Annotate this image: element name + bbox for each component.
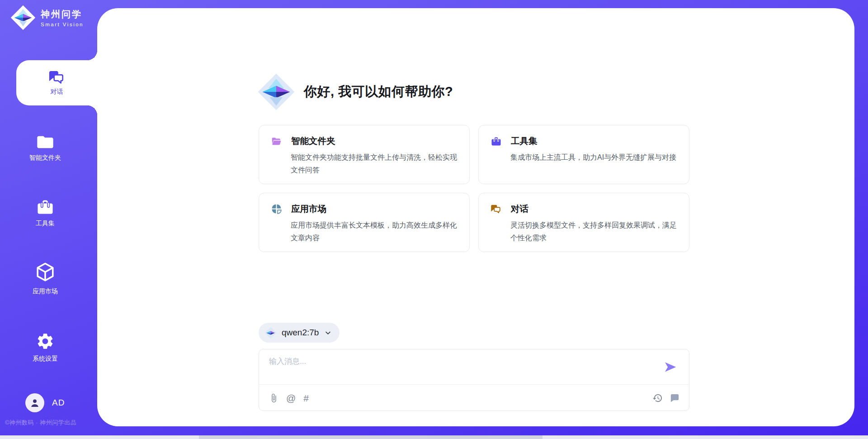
topic-button[interactable]: # bbox=[303, 393, 309, 403]
card-smart-folder[interactable]: 智能文件夹 智能文件夹功能支持批量文件上传与清洗，轻松实现文件问答 bbox=[259, 125, 470, 184]
folder-icon bbox=[36, 134, 54, 150]
card-title: 对话 bbox=[511, 203, 528, 215]
card-description: 集成市场上主流工具，助力AI与外界无缝扩展与对接 bbox=[510, 151, 678, 164]
brand-diamond-icon bbox=[10, 5, 36, 31]
app-screen: 神州问学 Smart Vision 对话 智能文件夹 bbox=[0, 0, 868, 439]
feature-cards: 智能文件夹 智能文件夹功能支持批量文件上传与清洗，轻松实现文件问答 工具集 集成… bbox=[259, 125, 689, 252]
message-composer: @ # bbox=[259, 349, 689, 411]
composer-toolbar: @ # bbox=[269, 385, 680, 411]
model-name: qwen2:7b bbox=[282, 328, 319, 338]
card-description: 应用市场提供丰富长文本模板，助力高效生成多样化文章内容 bbox=[291, 219, 458, 244]
assistant-diamond-icon bbox=[257, 72, 296, 111]
greeting-title: 你好, 我可以如何帮助你? bbox=[304, 83, 453, 101]
gear-icon bbox=[36, 332, 55, 351]
sidebar-item-label: 应用市场 bbox=[33, 287, 58, 296]
sidebar-item-chat[interactable]: 对话 bbox=[16, 60, 97, 105]
hero-section: 你好, 我可以如何帮助你? bbox=[257, 72, 453, 112]
app-market-icon bbox=[271, 203, 282, 215]
at-icon: @ bbox=[286, 393, 296, 403]
card-title: 应用市场 bbox=[291, 203, 326, 215]
history-icon bbox=[652, 393, 663, 403]
user-account[interactable]: AD bbox=[25, 393, 65, 412]
paperclip-icon bbox=[269, 393, 278, 403]
person-icon bbox=[29, 397, 41, 409]
sidebar-item-label: 系统设置 bbox=[33, 355, 58, 363]
chat-record-icon bbox=[670, 393, 680, 403]
user-initials: AD bbox=[52, 398, 65, 408]
card-chat[interactable]: 对话 灵活切换多模型文件，支持多样回复效果调试，满足个性化需求 bbox=[478, 193, 689, 252]
card-app-market[interactable]: 应用市场 应用市场提供丰富长文本模板，助力高效生成多样化文章内容 bbox=[259, 193, 470, 252]
briefcase-icon bbox=[36, 198, 55, 215]
model-diamond-icon bbox=[264, 327, 277, 339]
card-title: 工具集 bbox=[511, 135, 538, 147]
chat-icon bbox=[491, 204, 502, 214]
chat-record-button[interactable] bbox=[670, 393, 680, 403]
briefcase-icon bbox=[491, 136, 502, 147]
sidebar-item-toolset[interactable]: 工具集 bbox=[0, 198, 90, 228]
card-description: 灵活切换多模型文件，支持多样回复效果调试，满足个性化需求 bbox=[510, 219, 678, 244]
card-description: 智能文件夹功能支持批量文件上传与清洗，轻松实现文件问答 bbox=[291, 151, 458, 177]
horizontal-scrollbar[interactable] bbox=[0, 435, 868, 439]
sidebar-item-app-market[interactable]: 应用市场 bbox=[0, 261, 90, 296]
send-button[interactable] bbox=[663, 360, 678, 374]
hash-icon: # bbox=[303, 393, 309, 403]
message-input[interactable] bbox=[269, 356, 653, 381]
cube-icon bbox=[34, 261, 56, 283]
brand-logo: 神州问学 Smart Vision bbox=[10, 5, 84, 31]
mention-button[interactable]: @ bbox=[286, 393, 296, 403]
brand-subtitle: Smart Vision bbox=[41, 22, 84, 27]
scrollbar-thumb[interactable] bbox=[199, 435, 542, 439]
sidebar-item-settings[interactable]: 系统设置 bbox=[0, 332, 90, 363]
sidebar-item-smart-folder[interactable]: 智能文件夹 bbox=[0, 134, 90, 162]
sidebar-item-label: 智能文件夹 bbox=[29, 154, 61, 162]
history-button[interactable] bbox=[652, 393, 663, 403]
model-selector[interactable]: qwen2:7b bbox=[259, 323, 340, 343]
send-icon bbox=[663, 360, 678, 374]
folder-open-icon bbox=[271, 136, 282, 146]
copyright-text: ©神州数码 · 神州问学出品 bbox=[5, 419, 76, 427]
brand-name: 神州问学 bbox=[41, 8, 84, 20]
chat-icon bbox=[48, 70, 66, 85]
chevron-down-icon bbox=[324, 329, 332, 337]
attach-file-button[interactable] bbox=[269, 393, 278, 403]
avatar bbox=[25, 393, 44, 412]
card-title: 智能文件夹 bbox=[291, 135, 335, 147]
card-toolset[interactable]: 工具集 集成市场上主流工具，助力AI与外界无缝扩展与对接 bbox=[478, 125, 689, 184]
sidebar-item-label: 工具集 bbox=[36, 220, 55, 228]
active-tab-fillet-bottom bbox=[87, 105, 97, 115]
active-tab-fillet-top bbox=[87, 50, 97, 60]
sidebar-item-label: 对话 bbox=[51, 88, 63, 96]
